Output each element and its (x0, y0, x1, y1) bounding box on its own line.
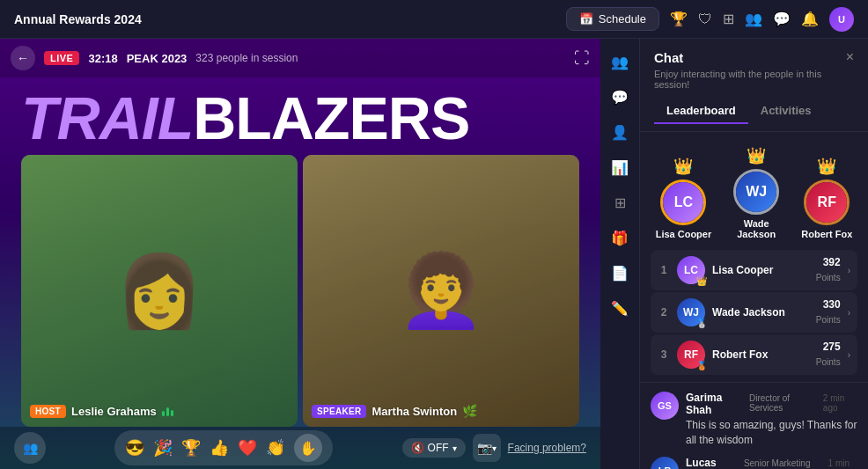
emoji-clap[interactable]: 👏 (266, 440, 285, 456)
msg-time-2: 1 min ago (828, 458, 857, 469)
lb-pts-label-1: Points (816, 273, 841, 282)
raise-hand-button[interactable]: ✋ (294, 434, 322, 462)
lb-rank-2: 2 (658, 306, 670, 319)
lb-row-1[interactable]: 1 LC 👑 Lisa Cooper 392 Points › (651, 250, 857, 290)
session-timer: 32:18 (88, 52, 117, 65)
avatar-wade: WJ (736, 172, 776, 212)
msg-time-1: 2 min ago (823, 393, 857, 413)
speaker2-label: SPEAKER Martha Swinton 🌿 (312, 404, 477, 418)
session-name: PEAK 2023 (127, 52, 188, 65)
msg-content-2: Lucas Bucker Senior Marketing Manager 1 … (686, 457, 857, 469)
trophy-icon[interactable]: 🏆 (670, 11, 688, 27)
lb-arrow-1: › (848, 266, 850, 275)
lb-badge-3: 🥉 (696, 361, 707, 370)
right-panel: Chat × Enjoy interacting with the people… (639, 39, 868, 469)
sidebar-icon-pen[interactable]: ✏️ (604, 292, 636, 324)
sidebar-icon-chat[interactable]: 💬 (604, 81, 636, 113)
video-panels: 👩 HOST Leslie Grahams 👩‍🦱 (0, 155, 600, 427)
chat-title: Chat (654, 50, 683, 65)
tab-leaderboard[interactable]: Leaderboard (654, 99, 748, 124)
speaker1-name: Leslie Grahams (71, 405, 157, 418)
chat-header-top: Chat × (654, 49, 854, 65)
people-icon[interactable]: 👥 (745, 11, 762, 27)
lb-pts-val-3: 275 (816, 341, 841, 353)
facing-problem-link[interactable]: Facing problem? (508, 442, 586, 454)
bell-icon[interactable]: 🔔 (801, 11, 819, 27)
bar3 (171, 410, 173, 416)
video-panel-host: 👩 HOST Leslie Grahams (21, 155, 298, 427)
chat-tabs: Leaderboard Activities (654, 99, 854, 124)
title-area: TRAILBLAZERS (0, 77, 600, 155)
chat-msg-1: GS Garima Shah Director of Services 2 mi… (651, 392, 857, 448)
avatar-robert: RF (806, 182, 847, 223)
top-avatar-3: RF (804, 180, 850, 225)
chat-header: Chat × Enjoy interacting with the people… (640, 39, 868, 132)
session-bar: ← LIVE 32:18 PEAK 2023 323 people in ses… (0, 39, 600, 77)
msg-role-1: Director of Services (749, 393, 818, 413)
emoji-sunglasses[interactable]: 😎 (125, 440, 144, 456)
chat-bubble-icon[interactable]: 💬 (773, 11, 791, 27)
lb-pts-val-1: 392 (816, 256, 841, 268)
leaderboard-list: 1 LC 👑 Lisa Cooper 392 Points › (640, 246, 868, 382)
sidebar-icon-doc[interactable]: 📄 (604, 257, 636, 289)
fullscreen-button[interactable]: ⛶ (574, 49, 590, 67)
chat-msg-2: LB Lucas Bucker Senior Marketing Manager… (651, 457, 857, 469)
live-badge: LIVE (44, 51, 79, 65)
tab-activities[interactable]: Activities (748, 99, 824, 124)
chat-subtitle: Enjoy interacting with the people in thi… (654, 69, 854, 90)
mute-chevron-icon: ▾ (452, 443, 457, 453)
session-people-count: 323 people in session (195, 52, 298, 64)
camera-icon: 📷 (477, 441, 492, 455)
session-bar-right: ⛶ (574, 49, 590, 68)
top-person-1: 👑 LC Lisa Cooper (656, 157, 712, 239)
sidebar-icon-gift[interactable]: 🎁 (604, 222, 636, 253)
avatar-lisa: LC (663, 182, 703, 223)
participants-button[interactable]: 👥 (14, 432, 46, 464)
lb-avatar-3: RF 🥉 (677, 341, 705, 369)
host-badge: HOST (30, 405, 66, 418)
top-person-2: 👑 WJ Wade Jackson (725, 146, 787, 239)
emoji-trophy[interactable]: 🏆 (181, 440, 201, 456)
chat-close-button[interactable]: × (846, 49, 854, 65)
sidebar-icon-users[interactable]: 👤 (604, 116, 636, 148)
bar1 (162, 411, 165, 416)
lb-badge-1: 👑 (696, 276, 707, 286)
lb-rank-1: 1 (658, 264, 670, 276)
top-avatar-2: WJ (733, 169, 779, 215)
app-title: Annual Rewards 2024 (14, 12, 142, 26)
leaderboard-section: 👑 LC Lisa Cooper 👑 WJ Wade Jackson (640, 132, 868, 469)
user-avatar[interactable]: U (829, 7, 854, 32)
video-area: ← LIVE 32:18 PEAK 2023 323 people in ses… (0, 39, 600, 469)
msg-content-1: Garima Shah Director of Services 2 min a… (686, 392, 857, 448)
sidebar-icon-people[interactable]: 👥 (604, 46, 636, 77)
sidebar-icon-chart[interactable]: 📊 (604, 151, 636, 183)
video-panel-speaker: 👩‍🦱 SPEAKER Martha Swinton 🌿 (303, 155, 579, 427)
sidebar-icon-grid[interactable]: ⊞ (604, 187, 636, 218)
calendar-icon: 📅 (579, 12, 593, 26)
speaker-badge: SPEAKER (312, 405, 366, 418)
speaker1-label: HOST Leslie Grahams (30, 405, 173, 418)
mid-sidebar: 👥 💬 👤 📊 ⊞ 🎁 📄 ✏️ (600, 39, 639, 469)
lb-name-1: Lisa Cooper (712, 264, 809, 276)
msg-name-2: Lucas Bucker (686, 457, 739, 469)
bar2 (166, 407, 169, 416)
back-button[interactable]: ← (11, 46, 35, 70)
shield-icon[interactable]: 🛡 (698, 11, 712, 27)
cam-chevron-icon: ▾ (492, 443, 497, 453)
lb-rank-3: 3 (658, 348, 670, 361)
lb-name-3: Robert Fox (712, 348, 809, 361)
lb-row-3[interactable]: 3 RF 🥉 Robert Fox 275 Points › (651, 334, 857, 375)
emoji-party[interactable]: 🎉 (153, 440, 173, 456)
grid-icon[interactable]: ⊞ (723, 11, 734, 27)
emoji-thumbsup[interactable]: 👍 (210, 440, 229, 456)
schedule-button[interactable]: 📅 Schedule (566, 7, 659, 31)
lb-row-2[interactable]: 2 WJ 🥈 Wade Jackson 330 Points › (651, 292, 857, 333)
top-avatar-1: LC (660, 180, 706, 225)
lb-name-2: Wade Jackson (712, 306, 809, 319)
emoji-heart[interactable]: ❤️ (238, 440, 257, 456)
top-name-2: Wade Jackson (725, 218, 787, 239)
top-person-3: 👑 RF Robert Fox (801, 157, 852, 239)
speaking-indicator (162, 407, 173, 416)
camera-button[interactable]: 📷 ▾ (473, 434, 501, 462)
mute-button[interactable]: 🔇 OFF ▾ (402, 438, 466, 458)
